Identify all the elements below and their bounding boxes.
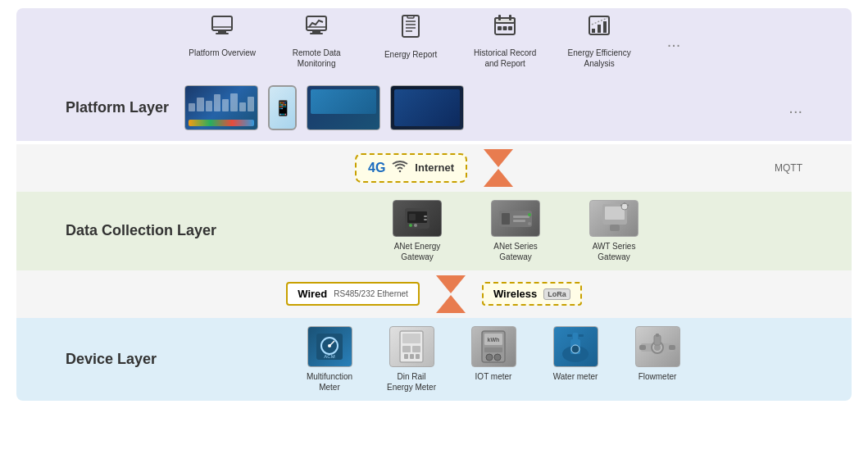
icon-energy-efficiency-label: Energy EfficiencyAnalysis (568, 48, 631, 69)
signal-box: 4G Internet (355, 153, 467, 183)
svg-point-27 (409, 224, 412, 227)
svg-rect-7 (310, 33, 323, 34)
svg-text:ACM: ACM (324, 354, 334, 359)
mqtt-label: MQTT (775, 162, 802, 174)
svg-rect-54 (404, 354, 408, 359)
top-icons-row: Platform Overview Remote DataMonitoring (16, 8, 852, 75)
svg-point-65 (571, 345, 579, 353)
iot-meter-label: IOT meter (475, 371, 512, 382)
svg-rect-20 (508, 26, 512, 30)
wired-label: Wired (298, 288, 327, 300)
svg-point-36 (528, 213, 531, 216)
anet-energy-label: ANet Energy Gateway (380, 241, 454, 262)
svg-point-37 (528, 222, 531, 225)
arrow-down (484, 149, 513, 167)
lora-badge: LoRa (543, 288, 570, 300)
screen-thumbnails: 📱 (184, 85, 768, 130)
flowmeter-icon (635, 326, 680, 367)
svg-point-48 (328, 344, 331, 347)
dark-screen (390, 85, 464, 130)
wireless-box: Wireless LoRa (482, 282, 582, 306)
svg-rect-24 (603, 21, 607, 33)
svg-rect-30 (424, 219, 427, 220)
svg-rect-19 (503, 26, 507, 30)
svg-rect-56 (416, 354, 420, 359)
icon-energy-report: Energy Report (376, 15, 446, 60)
iot-meter-icon: kWh (471, 326, 516, 367)
svg-rect-52 (402, 346, 411, 352)
internet-label: Internet (415, 161, 454, 174)
icon-remote-data: Remote DataMonitoring (282, 15, 352, 69)
svg-rect-72 (639, 345, 646, 350)
svg-rect-40 (610, 225, 620, 231)
iot-meter: kWh IOT meter (461, 326, 526, 382)
device-icons-bottom: ACM MultifunctionMeter (184, 326, 802, 393)
wired-wireless-row: Wired RS485/232 Ethernet Wireless LoRa (16, 270, 852, 318)
svg-line-44 (620, 205, 622, 206)
svg-rect-73 (669, 345, 675, 350)
anet-series-gateway: ANet Series Gateway (479, 200, 552, 262)
awt-series-gateway: AWT Series Gateway (577, 200, 651, 262)
arrow-up-2 (436, 295, 466, 313)
svg-rect-55 (410, 354, 414, 359)
multifunction-meter-icon: ACM (307, 326, 352, 367)
arrow-up (484, 169, 513, 187)
anet-energy-icon (393, 200, 442, 237)
svg-point-41 (621, 203, 628, 210)
svg-rect-18 (498, 26, 502, 30)
svg-rect-67 (567, 334, 572, 337)
wireless-label: Wireless (493, 288, 537, 300)
svg-rect-23 (598, 25, 601, 33)
phone-screen: 📱 (268, 85, 297, 130)
svg-rect-34 (513, 216, 529, 218)
awt-series-icon (589, 200, 639, 237)
icon-energy-efficiency: Energy EfficiencyAnalysis (565, 15, 634, 69)
connection-row: 4G Internet MQTT (16, 144, 852, 192)
icon-platform-overview: Platform Overview (188, 15, 257, 58)
more-dots-top: ... (667, 32, 681, 51)
din-rail-icon (389, 326, 434, 367)
dashboard-screen (184, 85, 258, 130)
signal-4g-label: 4G (368, 161, 385, 175)
icon-historical-record: Historical Recordand Report (470, 15, 540, 69)
wired-box: Wired RS485/232 Ethernet (286, 282, 420, 306)
svg-rect-6 (312, 31, 320, 33)
svg-rect-53 (412, 346, 420, 352)
platform-layer-label: Platform Layer (66, 99, 172, 116)
wired-sub-label: RS485/232 Ethernet (334, 289, 408, 298)
icon-energy-report-label: Energy Report (384, 49, 437, 60)
wired-wireless-arrows (436, 275, 466, 313)
collection-devices-row: ANet Energy Gateway ANet Series Gateway (229, 200, 802, 262)
platform-layer: Platform Layer 📱 (16, 75, 852, 141)
svg-rect-0 (212, 16, 232, 30)
icon-historical-record-label: Historical Recordand Report (474, 48, 536, 69)
multifunction-meter-label: MultifunctionMeter (307, 371, 352, 393)
laptop-screen (307, 85, 380, 130)
svg-rect-22 (592, 29, 595, 33)
anet-series-icon (491, 200, 540, 237)
svg-rect-35 (513, 220, 525, 222)
din-rail-energy-meter: Din RailEnergy Meter (379, 326, 444, 393)
connection-arrows (484, 149, 513, 187)
multifunction-meter: ACM MultifunctionMeter (297, 326, 362, 393)
more-dots-platform: ... (788, 98, 802, 117)
svg-rect-33 (502, 213, 510, 225)
svg-rect-2 (216, 33, 229, 34)
icon-remote-data-label: Remote DataMonitoring (293, 48, 341, 69)
water-meter-label: Water meter (553, 371, 598, 382)
svg-rect-8 (402, 16, 419, 37)
svg-rect-51 (402, 334, 420, 343)
svg-rect-1 (218, 31, 226, 33)
svg-rect-29 (424, 216, 427, 217)
svg-rect-60 (484, 347, 502, 352)
anet-energy-gateway: ANet Energy Gateway (380, 200, 454, 262)
awt-series-label: AWT Series Gateway (577, 241, 651, 262)
din-rail-label: Din RailEnergy Meter (387, 371, 436, 393)
signal-wifi-icon (392, 160, 408, 176)
svg-rect-15 (495, 18, 515, 23)
arrow-down-2 (436, 275, 466, 293)
collection-layer: Data Collection Layer ANet Energy Gatewa… (16, 192, 852, 270)
svg-point-28 (414, 224, 417, 227)
svg-point-62 (494, 354, 501, 361)
flowmeter: Flowmeter (625, 326, 690, 382)
